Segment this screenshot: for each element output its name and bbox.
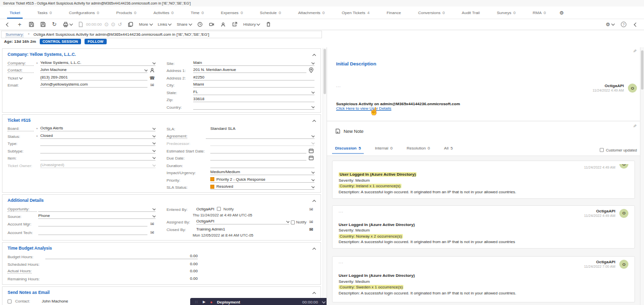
control-session-button[interactable]: CONTROL SESSION	[40, 39, 82, 44]
timer-expand-icon[interactable]	[322, 299, 326, 303]
record-icon[interactable]: ●	[210, 300, 212, 304]
priority-select[interactable]: Priority 2 - Quick Response	[210, 177, 314, 183]
city-input[interactable]: Miami	[193, 82, 314, 88]
drag-handle-icon[interactable]: ∷	[195, 300, 198, 304]
due-date-input[interactable]	[210, 160, 306, 161]
play-icon[interactable]: ▶	[203, 300, 205, 304]
site-select[interactable]: Main	[193, 60, 314, 66]
collapse-panel-icon[interactable]	[633, 23, 639, 26]
phone-input[interactable]: (813) 269-2601	[40, 75, 147, 81]
opportunity-label[interactable]: Opportunity:	[8, 207, 37, 212]
send-notes-header[interactable]: Send Notes as Email	[3, 287, 320, 296]
opportunity-select[interactable]	[38, 207, 155, 212]
account-tech-envelope-icon[interactable]: ✉	[149, 230, 155, 235]
tab-expenses[interactable]: Expenses0	[212, 7, 252, 19]
time-budget-header[interactable]: Time Budget Analysis	[3, 243, 320, 252]
refresh-icon[interactable]: ↻	[51, 21, 57, 28]
copy-icon[interactable]	[127, 22, 133, 27]
account-tech-input[interactable]	[38, 234, 147, 235]
more-dropdown[interactable]: More	[139, 22, 152, 27]
remote-session-icon[interactable]	[220, 22, 226, 27]
subtype-select[interactable]	[40, 149, 155, 154]
type-select[interactable]	[40, 141, 155, 146]
notes-contact-checkbox[interactable]	[8, 299, 12, 303]
email-envelope-icon[interactable]: ✉	[149, 83, 155, 88]
state-select[interactable]: FL	[193, 90, 314, 95]
map-pin-icon[interactable]	[308, 67, 314, 73]
impact-urgency-select[interactable]: Medium/Medium	[210, 170, 314, 175]
help-icon[interactable]: ?	[621, 22, 626, 27]
company-select[interactable]: Yellow Systems, L.L.C.	[40, 60, 155, 66]
status-select[interactable]: Closed	[40, 133, 155, 139]
tab-open-tickets[interactable]: Open Tickets4	[333, 7, 378, 19]
duration-input[interactable]	[210, 167, 314, 168]
actual-hours-label[interactable]: Actual Hours:	[8, 269, 32, 274]
tab-tasks[interactable]: Tasks0	[29, 7, 60, 19]
tab-conversions[interactable]: Conversions0	[410, 7, 453, 19]
save-close-icon[interactable]	[40, 22, 46, 27]
summary-label[interactable]: Summary:	[6, 32, 24, 37]
entered-by-envelope-icon[interactable]: ✉	[308, 207, 314, 212]
address1-input[interactable]: 201 N. Meridian Avenue	[193, 67, 306, 73]
tab-attachments[interactable]: Attachments0	[289, 7, 333, 19]
timer-stop-icon[interactable]: ⊙	[111, 22, 115, 27]
assigned-by-notify-checkbox[interactable]	[291, 220, 295, 224]
calendar-icon[interactable]	[308, 148, 314, 154]
tab-time[interactable]: Time0	[182, 7, 212, 19]
email-input[interactable]: John@yellowsystems.com	[40, 82, 147, 88]
tab-settings-gear-icon[interactable]: ⚙	[554, 7, 569, 19]
history-dropdown[interactable]: History	[244, 22, 260, 27]
additional-details-header[interactable]: Additional Details	[3, 195, 320, 204]
company-card-header[interactable]: Company: Yellow Systems, L.L.C.	[3, 49, 320, 58]
back-icon[interactable]	[5, 23, 11, 26]
tab-internal[interactable]: Internal0	[375, 146, 392, 154]
left-panel-scrollbar[interactable]	[323, 48, 326, 305]
country-select[interactable]	[193, 105, 314, 110]
tab-finance[interactable]: Finance	[378, 7, 409, 19]
budget-hours-input[interactable]: 0.00	[45, 254, 198, 259]
settings-gear-dropdown[interactable]: ⚙	[606, 22, 614, 27]
contact-person-icon[interactable]	[149, 67, 155, 73]
company-label[interactable]: Company:	[8, 61, 34, 66]
edit-description-pencil-icon[interactable]: ✎	[633, 49, 637, 54]
estimated-start-input[interactable]	[210, 152, 306, 154]
tab-rma[interactable]: RMA0	[524, 7, 554, 19]
summary-input[interactable]: Octiga Alert Suspicious Activity for adm…	[33, 32, 317, 37]
tab-activities[interactable]: Activities0	[145, 7, 182, 19]
ticket-card-header[interactable]: Ticket #515	[3, 115, 320, 124]
agreement-select[interactable]	[206, 134, 314, 139]
account-mgr-envelope-icon[interactable]: ✉	[149, 221, 155, 226]
calendar-icon[interactable]	[308, 155, 314, 161]
timer-start-icon[interactable]: ⊙	[104, 22, 108, 27]
assigned-by-envelope-icon[interactable]: ✉	[308, 219, 314, 224]
save-icon[interactable]	[28, 22, 34, 27]
time-entry-widget[interactable]: ∷ ▶ ● Deployment 00:00:00	[190, 298, 330, 305]
pod-open-icon[interactable]	[232, 22, 238, 27]
note-options-ellipsis[interactable]: ...	[339, 209, 344, 213]
share-dropdown[interactable]: Share	[177, 22, 191, 27]
tab-all[interactable]: All5	[444, 146, 453, 154]
timer-reset-icon[interactable]: ↺	[118, 22, 122, 27]
tab-configurations[interactable]: Configurations0	[60, 7, 108, 19]
view-user-details-link[interactable]: Click Here to view User Details	[336, 106, 391, 111]
board-select[interactable]: Octiga Alerts	[40, 126, 155, 131]
tab-discussion[interactable]: Discussion5	[335, 146, 361, 154]
edit-notes-pencil-icon[interactable]: ✎	[633, 124, 637, 129]
tab-audit-trail[interactable]: Audit Trail	[453, 7, 489, 19]
contact-label[interactable]: Contact:	[8, 68, 34, 73]
customer-updated-checkbox[interactable]	[600, 148, 604, 152]
notes-scrollbar[interactable]	[640, 47, 644, 305]
entered-by-notify-checkbox[interactable]	[217, 207, 221, 211]
contact-select[interactable]: John Machone	[40, 67, 147, 73]
video-icon[interactable]	[209, 22, 215, 27]
new-note-button[interactable]: New Note	[335, 128, 364, 134]
delete-icon[interactable]	[265, 22, 271, 27]
zip-input[interactable]: 33618	[193, 97, 314, 102]
phone-type-dropdown[interactable]: Ticket	[8, 76, 34, 81]
phone-icon[interactable]: ☎	[149, 75, 155, 81]
item-select[interactable]	[40, 156, 155, 161]
tab-products[interactable]: Products0	[108, 7, 145, 19]
assigned-by-select[interactable]: OctigaAPI	[196, 219, 289, 224]
source-select[interactable]: Phone	[38, 213, 155, 219]
account-mgr-input[interactable]	[38, 225, 147, 226]
